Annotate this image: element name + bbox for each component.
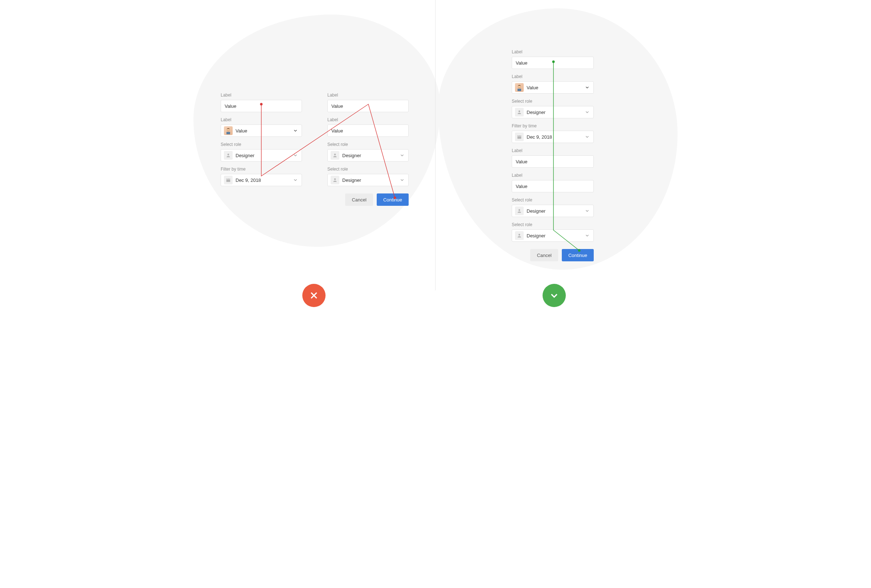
field-label: Label — [512, 74, 594, 79]
field-value: Designer — [235, 153, 293, 158]
field-value: Value — [516, 184, 590, 189]
field-value: Dec 9, 2018 — [527, 134, 585, 140]
person-icon — [331, 151, 339, 160]
field-label: Select role — [512, 197, 594, 202]
form-field: Select roleDesigner — [221, 142, 302, 162]
avatar-icon — [515, 83, 524, 92]
form-field: LabelValue — [327, 93, 409, 112]
text-input[interactable]: Value — [221, 100, 302, 112]
field-value: Value — [516, 60, 590, 66]
close-icon — [309, 291, 319, 300]
field-value: Value — [331, 128, 405, 133]
field-label: Select role — [512, 99, 594, 104]
form-field: LabelValue — [221, 93, 302, 112]
continue-button[interactable]: Continue — [377, 193, 409, 206]
field-label: Filter by time — [221, 167, 302, 172]
field-value: Value — [235, 128, 293, 133]
calendar-icon — [224, 176, 233, 184]
person-icon — [224, 151, 233, 160]
form-field: LabelValue — [512, 49, 594, 69]
text-input[interactable]: Value — [327, 100, 409, 112]
good-example-panel: LabelValueLabelValueSelect roleDesignerF… — [512, 49, 594, 261]
field-value: Value — [331, 103, 405, 109]
field-label: Filter by time — [512, 123, 594, 129]
svg-point-3 — [227, 154, 229, 156]
svg-point-12 — [519, 209, 521, 211]
person-icon — [331, 176, 339, 184]
svg-point-6 — [334, 178, 336, 180]
form-field: Select roleDesigner — [327, 142, 409, 162]
person-icon — [515, 231, 524, 240]
role-select[interactable]: Designer — [327, 149, 409, 162]
form-field: Filter by timeDec 9, 2018 — [221, 167, 302, 186]
text-input[interactable]: Value — [512, 180, 594, 192]
field-value: Value — [224, 103, 298, 109]
field-label: Label — [512, 148, 594, 153]
avatar-select[interactable]: Value — [221, 124, 302, 137]
field-value: Value — [527, 85, 585, 90]
svg-rect-8 — [518, 88, 521, 91]
field-label: Label — [221, 93, 302, 98]
text-input[interactable]: Value — [512, 57, 594, 69]
field-value: Designer — [342, 178, 400, 183]
cancel-button[interactable]: Cancel — [530, 249, 558, 261]
date-select[interactable]: Dec 9, 2018 — [512, 131, 594, 143]
avatar-icon — [224, 126, 233, 135]
form-field: Select roleDesigner — [512, 99, 594, 118]
role-select[interactable]: Designer — [327, 174, 409, 186]
form-field: LabelValue — [512, 74, 594, 94]
field-label: Label — [512, 49, 594, 54]
good-badge — [543, 284, 566, 307]
role-select[interactable]: Designer — [512, 205, 594, 217]
svg-rect-4 — [226, 179, 230, 182]
date-select[interactable]: Dec 9, 2018 — [221, 174, 302, 186]
form-field: LabelValue — [327, 117, 409, 137]
text-input[interactable]: Value — [327, 124, 409, 137]
bad-badge — [302, 284, 326, 307]
field-value: Designer — [527, 208, 585, 214]
form-field: LabelValue — [221, 117, 302, 137]
form-field: LabelValue — [512, 173, 594, 192]
svg-point-13 — [519, 234, 521, 236]
form-field: Select roleDesigner — [512, 222, 594, 242]
center-divider — [435, 0, 436, 290]
field-label: Select role — [327, 142, 409, 147]
avatar-select[interactable]: Value — [512, 81, 594, 94]
svg-rect-1 — [226, 132, 230, 134]
field-value: Designer — [527, 233, 585, 238]
field-label: Label — [512, 173, 594, 178]
text-input[interactable]: Value — [512, 156, 594, 168]
form-field: Filter by timeDec 9, 2018 — [512, 123, 594, 143]
continue-button[interactable]: Continue — [562, 249, 594, 261]
svg-point-10 — [519, 110, 521, 112]
bad-example-panel: LabelValueLabelValueSelect roleDesignerF… — [221, 93, 409, 206]
form-field: Select roleDesigner — [327, 167, 409, 186]
field-value: Designer — [527, 109, 585, 115]
field-value: Value — [516, 159, 590, 165]
field-label: Select role — [512, 222, 594, 227]
person-icon — [515, 206, 524, 215]
field-value: Designer — [342, 153, 400, 158]
field-label: Label — [327, 93, 409, 98]
person-icon — [515, 108, 524, 117]
role-select[interactable]: Designer — [512, 106, 594, 118]
field-label: Select role — [221, 142, 302, 147]
form-field: LabelValue — [512, 148, 594, 168]
cancel-button[interactable]: Cancel — [345, 193, 373, 206]
field-label: Label — [327, 117, 409, 122]
chevron-down-icon — [549, 291, 559, 300]
role-select[interactable]: Designer — [221, 149, 302, 162]
field-label: Label — [221, 117, 302, 122]
svg-point-5 — [334, 154, 336, 156]
role-select[interactable]: Designer — [512, 229, 594, 242]
calendar-icon — [515, 133, 524, 141]
form-field: Select roleDesigner — [512, 197, 594, 217]
field-value: Dec 9, 2018 — [235, 178, 293, 183]
svg-rect-11 — [518, 135, 521, 139]
field-label: Select role — [327, 167, 409, 172]
